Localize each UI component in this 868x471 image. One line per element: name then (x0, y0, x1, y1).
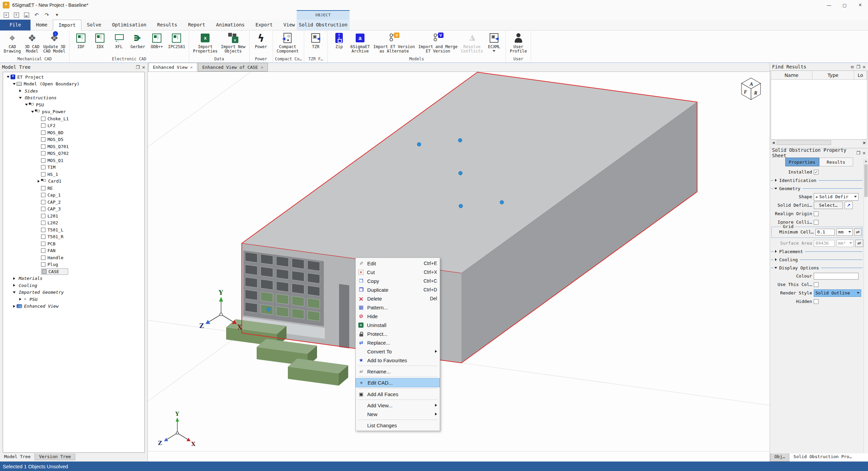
section-geometry[interactable]: Geometry (771, 184, 863, 192)
dropdown-arrow-icon[interactable] (493, 50, 495, 52)
menu-item-duplicate[interactable]: DuplicateCtrl+D (356, 285, 440, 294)
tree-item-t501-r[interactable]: T501_R (3, 233, 144, 241)
tab-animations[interactable]: Animations (211, 20, 250, 30)
idf-button[interactable]: IDF (72, 31, 91, 49)
tree-item-tim[interactable]: TIM (3, 164, 144, 171)
unit-dropdown[interactable]: mm (836, 228, 853, 236)
menu-item-copy[interactable]: CopyCtrl+C (356, 277, 440, 285)
redo-icon[interactable]: ↷ (43, 11, 51, 19)
float-panel-icon[interactable]: ❐ (856, 150, 860, 156)
new-project-icon[interactable]: + (2, 11, 10, 19)
scroll-right-icon[interactable]: ▶ (862, 140, 867, 145)
save-icon[interactable]: ▂ (22, 11, 31, 19)
expander-icon[interactable] (12, 291, 17, 293)
view-tab-enhanced-view[interactable]: Enhanced View (149, 63, 197, 71)
close-panel-icon[interactable]: × (862, 64, 866, 69)
close-button[interactable]: × (852, 0, 868, 10)
menu-item-protect[interactable]: Protect... (356, 329, 440, 338)
menu-item-replace[interactable]: Replace... (356, 338, 440, 347)
scroll-thumb[interactable] (777, 140, 831, 145)
expander-icon[interactable] (12, 83, 17, 85)
undo-icon[interactable]: ↶ (33, 11, 41, 19)
chk-icon[interactable] (41, 207, 45, 211)
expander-icon[interactable] (18, 89, 23, 92)
minimize-button[interactable]: — (821, 0, 837, 10)
float-panel-icon[interactable]: ❐ (136, 65, 140, 70)
chk-icon[interactable] (41, 130, 45, 135)
tab-report[interactable]: Report (183, 20, 211, 30)
viewport-canvas[interactable]: A F R Y Z X (148, 72, 770, 462)
tree-item-choke-l1[interactable]: Choke_L1 (3, 115, 144, 122)
chk-icon[interactable] (41, 165, 45, 169)
expander-icon[interactable] (30, 111, 35, 113)
tree-item-re[interactable]: RE (3, 185, 144, 192)
tree-item-psu[interactable]: ⌖PSU (3, 296, 144, 303)
tab-file[interactable]: File (0, 20, 31, 30)
3d-cad-model-button[interactable]: ❖3D CAD Model (23, 31, 42, 54)
update-3d-cad-model-button[interactable]: ❖↑Update 3D CAD Model (42, 31, 67, 54)
menu-item-add-to-favourites[interactable]: Add to Favourites (356, 356, 440, 365)
shape-dropdown[interactable]: Solid Defir (814, 193, 859, 201)
qat-customize-icon[interactable]: ▼ (53, 11, 61, 19)
menu-item-add-view[interactable]: Add View... (356, 401, 440, 410)
tree-item-handle[interactable]: Handle (3, 254, 144, 261)
handle-dot[interactable] (459, 204, 463, 208)
handle-dot[interactable] (500, 201, 504, 204)
handle-dot[interactable] (459, 171, 462, 175)
menu-item-new[interactable]: New (356, 410, 440, 418)
tree-item-l201[interactable]: L201 (3, 212, 144, 220)
menu-item-rename[interactable]: Rename... (356, 367, 440, 376)
tree-item-cap-1[interactable]: Cap_1 (3, 192, 144, 199)
tree-item-mos-q702[interactable]: MOS_Q702 (3, 150, 144, 157)
import-and-merge-et-version-button[interactable]: VImport and Merge ET Version (417, 31, 459, 54)
tree-item-psu-power[interactable]: psu_Power (3, 108, 144, 116)
close-icon[interactable] (190, 65, 193, 70)
float-panel-icon[interactable]: ❐ (856, 64, 860, 69)
bottom-tab-version-tree[interactable]: Version Tree (35, 453, 75, 460)
chk-icon[interactable] (41, 151, 45, 156)
import-new-objects-button[interactable]: xImport New Objects (219, 31, 247, 54)
handle-dot[interactable] (417, 143, 421, 146)
zip-button[interactable]: Zip (330, 31, 349, 49)
chk-icon[interactable] (41, 123, 45, 128)
expander-icon[interactable] (6, 76, 11, 78)
expander-icon[interactable] (18, 97, 23, 99)
menu-item-pattern[interactable]: Pattern... (356, 303, 440, 312)
tree-item-mos-bd[interactable]: MOS_BD (3, 129, 144, 136)
chk-icon[interactable] (41, 158, 45, 163)
tree-item-cap-3[interactable]: CAP_3 (3, 206, 144, 213)
chk-icon[interactable] (41, 214, 45, 218)
handle-dot[interactable] (267, 308, 271, 311)
tree-item-pcb[interactable]: PCB (3, 240, 144, 247)
chk-icon[interactable] (41, 193, 45, 197)
menu-item-edit[interactable]: EditCtrl+E (356, 259, 440, 268)
gerber-button[interactable]: ΨGerber (129, 31, 147, 49)
tab-home[interactable]: Home (31, 20, 53, 30)
chk-icon[interactable] (41, 117, 45, 121)
orientation-cube[interactable]: A F R (742, 78, 761, 100)
column-header-lo[interactable]: Lo (854, 71, 867, 79)
tree-item-mos-q1[interactable]: MOS_Q1 (3, 157, 144, 164)
psu-case-model[interactable] (226, 72, 697, 386)
scroll-up-icon[interactable]: ▲ (864, 159, 868, 164)
power-button[interactable]: ϟPower (252, 31, 271, 49)
section-cooling[interactable]: Cooling (771, 255, 863, 264)
chk-icon[interactable] (41, 144, 45, 149)
expander-icon[interactable] (774, 250, 778, 253)
chk-icon[interactable] (41, 137, 45, 142)
find-results-hscrollbar[interactable]: ◀ ▶ (771, 140, 867, 146)
tree-item-cap-2[interactable]: CAP_2 (3, 199, 144, 206)
chk-icon[interactable] (41, 248, 45, 253)
cad-drawing-button[interactable]: ⌖CAD Drawing (2, 31, 23, 54)
chk-icon[interactable] (41, 221, 45, 225)
prop-tab-properties[interactable]: Properties (785, 158, 819, 166)
expander-icon[interactable] (12, 277, 17, 280)
menu-item-add-all-faces[interactable]: Add All Faces (356, 390, 440, 398)
expander-icon[interactable] (12, 305, 17, 308)
tab-results[interactable]: Results (152, 20, 183, 30)
select-button[interactable]: Select… (814, 202, 843, 209)
tzr-button[interactable]: ◀TZR (306, 31, 325, 49)
tree-item-cooling[interactable]: Cooling (3, 282, 144, 289)
import-properties-button[interactable]: xImport Properties (191, 31, 219, 54)
swap-units-button[interactable] (854, 228, 862, 236)
